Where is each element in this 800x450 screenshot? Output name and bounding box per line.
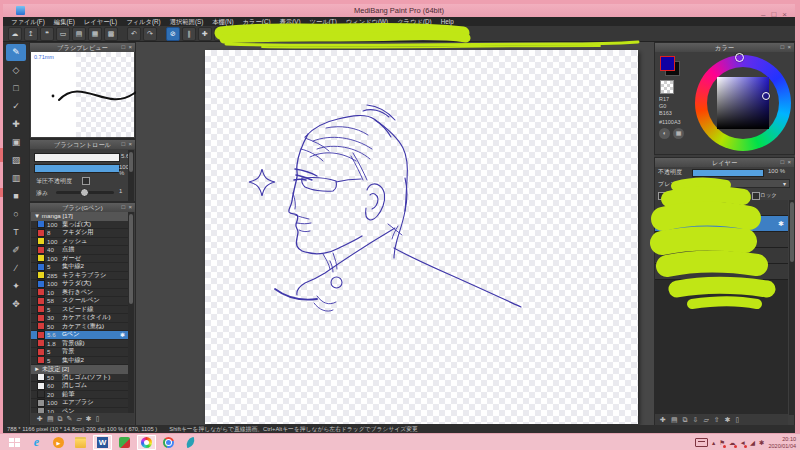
menu-item[interactable]: カラー(C) [243,17,271,26]
brush-list-item[interactable]: 5 背景 [31,348,128,357]
green-app-icon[interactable] [115,435,134,450]
action-center-icon[interactable]: ⚑ [719,438,725,448]
brush-list-item[interactable]: 5 集中線2 [31,263,128,272]
layer-list-scrollbar[interactable] [789,200,795,415]
brush-tool[interactable]: ✎ [6,44,26,61]
menu-item[interactable]: 編集(E) [54,17,75,26]
redo-icon[interactable]: ↷ [143,27,157,41]
menu-item[interactable]: フィルタ(R) [126,17,161,26]
float-panel-icon[interactable]: □ [780,43,784,52]
undo-icon[interactable]: ↶ [127,27,141,41]
upload-icon[interactable]: ↥ [24,27,38,41]
brush-size-slider[interactable] [34,153,120,162]
medibang-icon[interactable] [137,435,156,450]
pressure-opacity-checkbox[interactable] [82,177,90,185]
brush-config-icon[interactable]: ✱ [86,414,92,424]
keyboard-icon[interactable] [695,438,708,447]
bleed-slider-knob[interactable] [80,188,89,197]
explorer-icon[interactable] [71,435,90,450]
brush-list-item[interactable]: 50 消しゴム(ソフト) [31,374,128,383]
snap-vanish-icon[interactable]: ◢ [214,27,228,41]
pen-tool[interactable]: ∕ [6,260,26,277]
brush-list-item[interactable]: 285 キラキラブラシ [31,272,128,281]
cloud-icon[interactable]: ☁ [8,27,22,41]
layer-row-selected[interactable]: ✱ [655,216,788,232]
brush-list-item[interactable]: 8 フキダシ用 [31,229,128,238]
menu-item[interactable]: 本棚(N) [212,17,233,26]
start-button[interactable] [5,435,24,450]
layer-row[interactable] [655,232,788,248]
onedrive-icon[interactable]: ☁ [729,438,736,448]
menu-item[interactable]: 表示(V) [280,17,301,26]
snap-parallel-icon[interactable]: ∥ [182,27,196,41]
snap-off-icon[interactable]: ⊘ [166,27,180,41]
duplicate-brush-icon[interactable]: ⧉ [58,414,63,424]
float-panel-icon[interactable]: □ [121,43,125,52]
word-icon[interactable]: W [93,435,112,450]
close-panel-icon[interactable]: × [787,158,791,167]
hue-marker[interactable] [735,53,744,62]
protect-alpha-checkbox[interactable] [658,192,666,200]
foreground-color-swatch[interactable] [660,56,675,71]
new-layer-icon[interactable]: ▤ [671,416,678,424]
menu-item[interactable]: ファイル(F) [11,17,45,26]
edit-brush-icon[interactable]: ✎ [67,414,73,424]
brush-list-item[interactable]: 58 スクールペン [31,297,128,306]
tray-expand-icon[interactable]: ▴ [712,438,715,448]
brush-list-item[interactable]: 100 メッシュ [31,238,128,247]
clipping-checkbox[interactable] [706,192,714,200]
merge-layer-icon[interactable]: ⇩ [693,416,699,424]
comment-icon[interactable]: ❝ [40,27,54,41]
eraser-tool[interactable]: ◇ [6,62,26,79]
float-panel-icon[interactable]: □ [121,203,125,212]
menu-item[interactable]: ツール(T) [310,17,337,26]
volume-icon[interactable]: ◄ [740,438,746,448]
close-panel-icon[interactable]: × [128,203,132,212]
menu-item[interactable]: ウィンドウ(W) [346,17,388,26]
transparent-color-swatch[interactable] [660,80,674,94]
brush-list-item[interactable]: 5.6 Gペン ✱ [31,331,128,340]
color-wheel-button[interactable]: ◐ [659,128,670,139]
duplicate-layer-icon[interactable]: ⧉ [683,416,688,424]
brush-list-item[interactable]: 100 ガーゼ [31,255,128,264]
add-brush-icon[interactable]: ✚ [37,414,43,424]
gradient-tool[interactable]: ▥ [6,170,26,187]
delete-brush-icon[interactable]: ▯ [96,414,100,424]
brush-list-item[interactable]: 30 カケアミ(タイル) [31,314,128,323]
brush-list-item[interactable]: 40 点描 [31,246,128,255]
brush-list-item[interactable]: 100 サラダ(大) [31,280,128,289]
brush-settings-gear-icon[interactable]: ✱ [120,331,125,338]
layer-config-icon[interactable]: ✱ [725,416,731,424]
layer-row[interactable] [655,264,788,280]
brush-folder-icon[interactable]: ▱ [76,414,81,424]
shape-tool[interactable]: ■ [6,188,26,205]
brush-list-item[interactable]: 100 葉っぱ(大) [31,221,128,230]
move-tool[interactable]: ✚ [6,116,26,133]
rect-select-tool[interactable]: ▣ [6,134,26,151]
lasso-tool[interactable]: ○ [6,206,26,223]
layer-row[interactable] [655,248,788,264]
monitor-icon[interactable]: ▭ [56,27,70,41]
close-panel-icon[interactable]: × [787,43,791,52]
settings-icon[interactable]: ✱ [759,438,764,448]
close-panel-icon[interactable]: × [128,43,132,52]
title-bar[interactable]: MediBang Paint Pro (64bit) – □ × [3,4,795,17]
new-brush-icon[interactable]: ▤ [47,414,54,424]
brush-opacity-slider[interactable] [34,164,120,173]
saturation-value-picker[interactable] [717,77,769,129]
brush-list-item[interactable]: 5 集中線2 [31,357,128,366]
ie-icon[interactable]: e [27,435,46,450]
close-panel-icon[interactable]: × [128,140,132,149]
brush-folder-open[interactable]: ▼ manga [17] [31,212,128,221]
direct-edit-button[interactable]: 直接編集 [422,27,456,40]
text-tool[interactable]: T [6,224,26,241]
layer-folder-icon[interactable]: ▱ [703,416,708,424]
menu-item[interactable]: クラウド(D) [397,17,432,26]
document-icon[interactable]: ▤ [72,27,86,41]
rotate-button[interactable]: 回転 [398,27,420,40]
pen-app-icon[interactable] [181,435,200,450]
lock-checkbox[interactable] [752,192,760,200]
float-panel-icon[interactable]: □ [780,158,784,167]
chrome-icon[interactable] [159,435,178,450]
correction-combobox[interactable]: ▾ [332,28,396,40]
